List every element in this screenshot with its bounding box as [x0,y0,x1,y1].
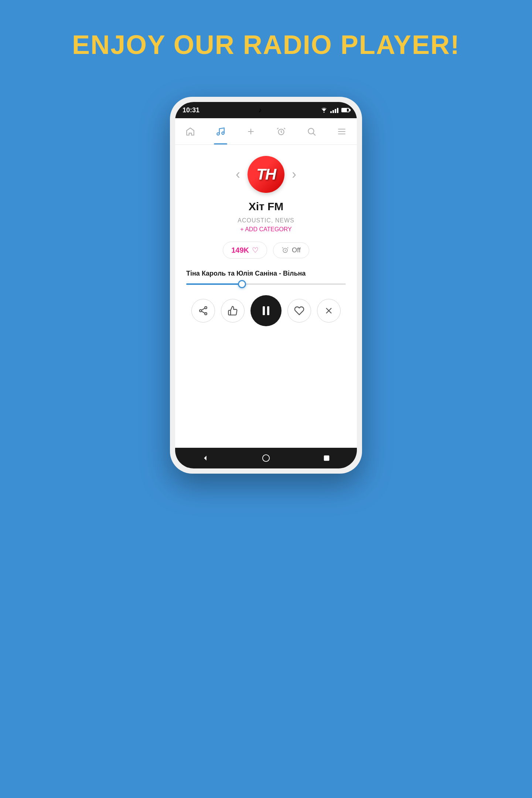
svg-line-19 [202,311,205,313]
station-categories: ACOUSTIC, NEWS [238,217,294,224]
nav-item-alarm[interactable] [270,118,292,144]
nav-item-add[interactable] [240,118,262,144]
progress-track [186,283,346,285]
station-logo-text: ТН [256,166,276,183]
home-button[interactable] [262,454,270,462]
action-row: 149K ♡ Off [223,242,309,259]
svg-line-9 [313,133,316,135]
share-icon [198,306,208,316]
svg-line-14 [282,248,283,248]
prev-station-button[interactable]: ‹ [228,167,248,182]
back-button[interactable] [201,454,209,462]
signal-icon [330,107,338,113]
recents-button[interactable] [323,454,331,462]
alarm-nav-icon [276,127,286,136]
svg-point-2 [222,132,224,134]
battery-icon [341,108,349,112]
track-name: Тіна Кароль та Юлія Саніна - Вільна [186,270,306,277]
svg-point-16 [205,307,207,309]
phone-screen: 10:31 ♪ [175,102,357,468]
favorite-icon [294,306,304,316]
phone-shell: 10:31 ♪ [170,97,362,474]
progress-fill [186,283,242,285]
music-icon [216,127,225,136]
svg-line-7 [284,128,285,129]
track-info: Тіна Кароль та Юлія Саніна - Вільна [183,270,349,277]
progress-bar-container[interactable] [183,283,349,285]
recents-icon [323,454,331,462]
add-category-button[interactable]: + ADD CATEGORY [240,226,291,233]
station-nav-row: ‹ ТН › [183,156,349,193]
share-button[interactable] [191,299,215,323]
svg-marker-25 [204,456,206,461]
svg-point-26 [263,455,269,461]
svg-point-18 [205,313,207,315]
status-icons [321,107,349,113]
pause-icon [259,304,273,317]
station-area: ‹ ТН › Хіт FM ACOUSTIC, NEWS + ADD CATEG… [183,156,349,326]
thumbs-up-button[interactable] [221,299,245,323]
svg-point-0 [323,112,324,113]
favorite-button[interactable] [287,299,311,323]
next-station-button[interactable]: › [284,167,304,182]
station-name: Хіт FM [249,200,284,213]
home-circle-icon [262,454,270,462]
status-bar: 10:31 ♪ [175,102,357,118]
pause-button[interactable] [250,295,282,326]
svg-rect-27 [324,456,330,461]
search-icon [307,127,316,136]
home-icon [185,127,195,136]
likes-button[interactable]: 149K ♡ [223,242,267,259]
likes-count: 149K [231,246,249,255]
alarm-clock-icon [282,246,289,254]
alarm-button[interactable]: Off [273,242,309,258]
svg-line-20 [202,308,205,310]
svg-rect-21 [263,306,265,315]
progress-thumb[interactable] [238,280,246,288]
top-nav-bar [175,118,357,145]
close-button[interactable] [317,299,341,323]
music-note-icon: ♪ [259,106,262,114]
page-title: ENJOY OUR RADIO PLAYER! [72,30,460,60]
svg-line-15 [287,248,288,248]
svg-rect-22 [267,306,269,315]
back-icon [201,454,209,462]
station-logo: ТН [248,156,284,193]
svg-point-17 [200,310,202,312]
controls-row [183,295,349,326]
close-icon [324,306,334,316]
heart-icon: ♡ [252,246,259,255]
svg-line-6 [277,128,278,129]
svg-point-8 [308,128,314,134]
nav-item-search[interactable] [300,118,323,144]
svg-point-1 [217,133,219,135]
nav-item-menu[interactable] [331,118,353,144]
thumbs-up-icon [228,306,238,316]
main-content: ‹ ТН › Хіт FM ACOUSTIC, NEWS + ADD CATEG… [175,145,357,448]
alarm-label: Off [292,246,301,254]
status-time: 10:31 [183,106,200,114]
wifi-icon [321,108,327,113]
bottom-nav-bar [175,448,357,468]
add-icon [246,127,256,136]
nav-item-music[interactable] [209,118,232,144]
menu-icon [337,127,347,136]
nav-item-home[interactable] [179,118,201,144]
